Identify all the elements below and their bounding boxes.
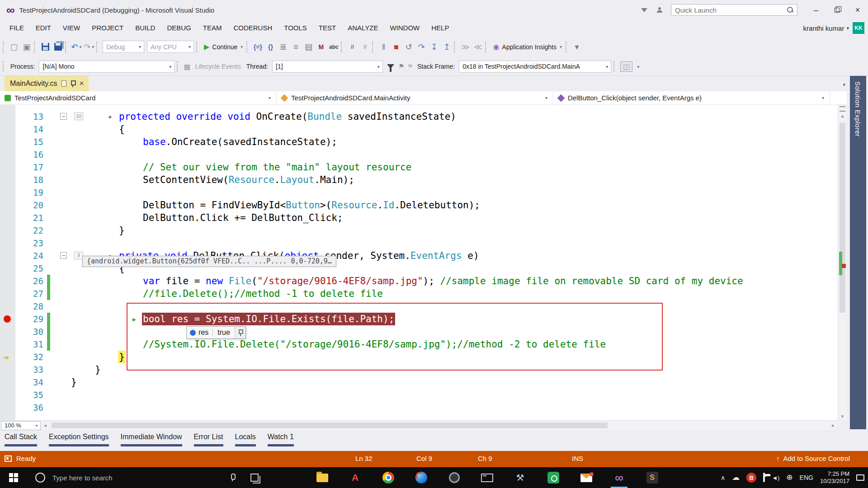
tray-b-icon[interactable]: B bbox=[746, 473, 756, 483]
numbered-list-icon[interactable]: ≣ bbox=[277, 40, 289, 54]
breakpoint-margin[interactable] bbox=[0, 376, 15, 389]
breakpoint-margin[interactable] bbox=[0, 401, 15, 414]
code-line[interactable]: 35 bbox=[0, 389, 838, 401]
code-line[interactable]: 13−◆10protected override void OnCreate(B… bbox=[0, 110, 838, 123]
breakpoint-margin[interactable] bbox=[0, 186, 15, 199]
breakpoint-margin[interactable] bbox=[0, 174, 15, 186]
breakpoint-margin[interactable] bbox=[0, 136, 15, 148]
vertical-scroll-thumb[interactable] bbox=[840, 123, 845, 313]
suspend-ui-toggle-icon[interactable]: ◫ bbox=[620, 61, 632, 72]
breakpoint-margin[interactable] bbox=[0, 389, 15, 401]
panel-tab-exception-settings[interactable]: Exception Settings bbox=[49, 433, 109, 446]
document-tab[interactable]: MainActivity.cs × bbox=[5, 76, 89, 91]
tab-list-caret-icon[interactable]: ▾ bbox=[843, 82, 845, 88]
lifecycle-events-button[interactable]: Lifecycle Events bbox=[195, 63, 241, 70]
menu-help[interactable]: HELP bbox=[425, 20, 455, 36]
scroll-up-icon[interactable]: ▴ bbox=[838, 113, 847, 119]
scroll-down-icon[interactable]: ▾ bbox=[838, 413, 847, 419]
feedback-icon[interactable] bbox=[652, 4, 667, 16]
pin-tab-icon[interactable] bbox=[70, 80, 75, 87]
breakpoint-indicator[interactable] bbox=[4, 315, 11, 323]
menu-analyze[interactable]: ANALYZE bbox=[342, 20, 384, 36]
breakpoint-margin[interactable] bbox=[0, 275, 15, 287]
restore-button[interactable] bbox=[826, 1, 847, 19]
project-dropdown[interactable]: TestProjectAndroidSDCard ▾ bbox=[0, 91, 277, 104]
member-list-icon[interactable]: ▤ bbox=[302, 40, 315, 54]
onedrive-icon[interactable]: ☁ bbox=[732, 474, 740, 482]
task-view-icon[interactable] bbox=[250, 474, 259, 482]
markers-icon[interactable]: M bbox=[315, 40, 327, 54]
breakpoint-margin[interactable] bbox=[0, 313, 15, 325]
step-over-icon[interactable]: ↷ bbox=[415, 40, 428, 54]
application-insights-button[interactable]: ◉Application Insights▾ bbox=[490, 40, 565, 54]
breakpoint-margin[interactable] bbox=[0, 287, 15, 300]
toolbar-grip[interactable] bbox=[34, 42, 38, 52]
spell-check-icon[interactable]: abc bbox=[327, 40, 340, 54]
action-center-icon[interactable] bbox=[856, 474, 864, 481]
code-line[interactable]: 36 bbox=[0, 401, 838, 414]
vertical-scrollbar[interactable]: ▴ ▾ bbox=[838, 105, 847, 420]
breakpoint-margin[interactable] bbox=[0, 363, 15, 376]
breakpoint-margin[interactable] bbox=[0, 325, 15, 338]
breakpoint-margin[interactable] bbox=[0, 300, 15, 313]
stop-debugging-icon[interactable]: ■ bbox=[390, 40, 402, 54]
toolbar-grip[interactable] bbox=[177, 61, 181, 72]
toolbar-grip[interactable] bbox=[485, 42, 489, 52]
indent-icon[interactable]: ≫ bbox=[459, 40, 472, 54]
battery-icon[interactable] bbox=[763, 474, 765, 482]
browser-swirl-icon[interactable] bbox=[405, 467, 438, 488]
green-app-icon[interactable] bbox=[537, 467, 570, 488]
code-line[interactable]: 27//file.Delete();//method -1 to delete … bbox=[0, 287, 838, 300]
user-avatar[interactable]: KK bbox=[853, 22, 864, 34]
menu-project[interactable]: PROJECT bbox=[86, 20, 129, 36]
format-document-icon[interactable]: {=} bbox=[251, 40, 264, 54]
breakpoint-margin[interactable] bbox=[0, 224, 15, 237]
code-line[interactable]: 14{ bbox=[0, 123, 838, 136]
code-line[interactable]: 18SetContentView(Resource.Layout.Main); bbox=[0, 174, 838, 186]
user-name[interactable]: kranthi kumar bbox=[803, 24, 844, 32]
type-dropdown[interactable]: TestProjectAndroidSDCard.MainActivity ▾ bbox=[277, 91, 553, 104]
outdent-icon[interactable]: ≪ bbox=[472, 40, 484, 54]
taskbar-clock[interactable]: 7:25 PM 10/23/2017 bbox=[820, 470, 849, 485]
file-explorer-icon[interactable] bbox=[306, 467, 339, 488]
toolbar-grip[interactable] bbox=[613, 61, 618, 72]
menu-build[interactable]: BUILD bbox=[129, 20, 161, 36]
panel-tab-immediate-window[interactable]: Immediate Window bbox=[121, 433, 182, 446]
quick-launch[interactable] bbox=[671, 4, 797, 16]
network-icon[interactable]: ⊕ bbox=[786, 474, 793, 482]
zoom-selector[interactable]: 100 % ▾ bbox=[1, 421, 41, 430]
horizontal-scroll-thumb[interactable] bbox=[52, 422, 608, 428]
menu-coderush[interactable]: CODERUSH bbox=[227, 20, 278, 36]
menu-test[interactable]: TEST bbox=[313, 20, 342, 36]
visual-studio-icon[interactable]: ∞ bbox=[603, 467, 636, 488]
collapse-toggle-icon[interactable]: − bbox=[60, 252, 67, 259]
volume-icon[interactable]: ◄) bbox=[772, 474, 779, 482]
comment-out-icon[interactable]: // bbox=[346, 40, 359, 54]
breakpoint-margin[interactable] bbox=[0, 199, 15, 211]
breakpoint-margin[interactable] bbox=[0, 211, 15, 224]
line-guides-icon[interactable]: ≡ bbox=[289, 40, 302, 54]
debugbar-options-icon[interactable]: ▾ bbox=[637, 64, 639, 69]
code-braces-icon[interactable]: {} bbox=[264, 40, 277, 54]
menu-edit[interactable]: EDIT bbox=[30, 20, 57, 36]
close-button[interactable]: × bbox=[847, 1, 868, 19]
gray-circle-app-icon[interactable] bbox=[438, 467, 471, 488]
sublime-icon[interactable]: S bbox=[636, 467, 669, 488]
toolbar-grip[interactable] bbox=[96, 42, 100, 52]
splitter-grip-icon[interactable] bbox=[840, 106, 845, 112]
code-line[interactable]: 15base.OnCreate(savedInstanceState); bbox=[0, 136, 838, 148]
step-into-icon[interactable]: ↧ bbox=[428, 40, 440, 54]
menu-view[interactable]: VIEW bbox=[57, 20, 86, 36]
breakpoint-margin[interactable] bbox=[0, 262, 15, 275]
menu-tools[interactable]: TOOLS bbox=[278, 20, 313, 36]
panel-tab-locals[interactable]: Locals bbox=[235, 433, 256, 446]
save-all-icon[interactable] bbox=[52, 40, 64, 54]
microphone-icon[interactable] bbox=[230, 474, 235, 482]
redo-icon[interactable]: ↷▾ bbox=[83, 40, 95, 54]
cortana-icon[interactable] bbox=[35, 473, 45, 483]
collapse-toggle-icon[interactable]: − bbox=[60, 113, 67, 120]
save-icon[interactable] bbox=[39, 40, 52, 54]
toolbar-grip[interactable] bbox=[246, 42, 250, 52]
language-indicator[interactable]: ENG bbox=[800, 474, 813, 481]
toolbar-grip[interactable] bbox=[3, 42, 7, 52]
